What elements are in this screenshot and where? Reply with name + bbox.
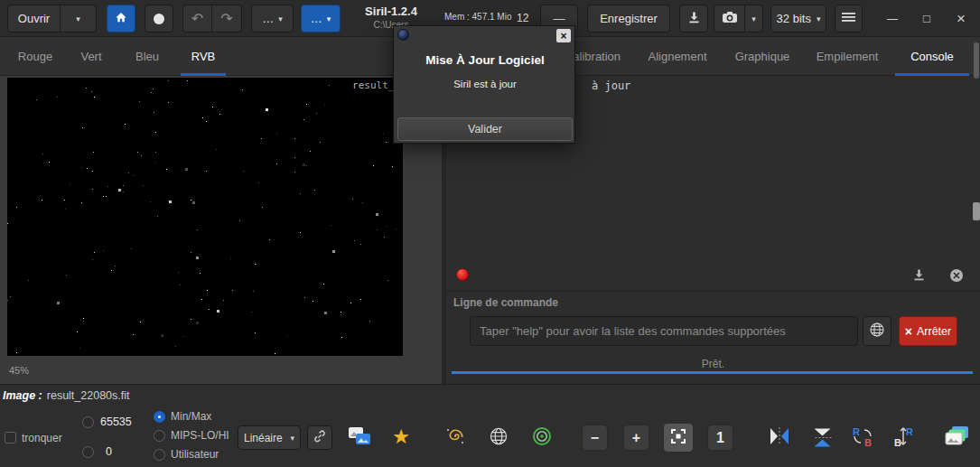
stretch-mode-value: Linéaire <box>244 432 283 444</box>
close-icon: × <box>957 10 966 28</box>
truncate-checkbox[interactable] <box>5 432 16 444</box>
chevron-down-icon: ▾ <box>327 14 331 23</box>
mirror-x-button[interactable] <box>763 421 796 453</box>
undo-icon: ↶ <box>191 10 203 27</box>
clear-console-button[interactable] <box>947 266 966 286</box>
photo-compare-icon <box>348 426 371 449</box>
star-icon: ★ <box>392 425 410 449</box>
starfield[interactable]: result_2 <box>7 78 403 356</box>
online-help-button[interactable] <box>863 316 891 346</box>
open-recent-dropdown[interactable]: ▾ <box>61 5 97 33</box>
svg-text:R: R <box>906 426 913 437</box>
bit-depth-value: 32 bits <box>777 12 811 25</box>
dialog-message: Siril est à jour <box>394 79 576 89</box>
redo-button[interactable]: ↷ <box>212 5 242 33</box>
truncate-label: tronquer <box>22 432 62 444</box>
stop-button[interactable]: × Arrêter <box>899 316 957 346</box>
chevron-down-icon: ▾ <box>290 434 294 443</box>
hi-cutoff-value: 65535 <box>100 416 132 428</box>
chain-link-icon <box>313 429 327 446</box>
open-button[interactable]: Ouvrir <box>7 5 61 33</box>
astrometry-button[interactable] <box>482 421 515 453</box>
lo-cutoff-value: 0 <box>106 445 112 458</box>
record-button[interactable] <box>145 5 173 33</box>
memory-usage-label: Mem : 457.1 Mio <box>444 12 511 22</box>
progress-bar <box>452 371 973 374</box>
bit-depth-dropdown[interactable]: 32 bits ▾ <box>770 5 826 33</box>
plus-icon: + <box>632 430 640 446</box>
chevron-down-icon: ▾ <box>76 14 80 23</box>
app-title: Siril-1.2.4 <box>346 5 436 18</box>
minus-icon: — <box>554 12 565 25</box>
user-radio[interactable] <box>154 449 165 461</box>
save-as-button[interactable] <box>679 5 708 33</box>
rb-flip-button[interactable]: RB <box>888 421 920 453</box>
rb-swap-button[interactable]: RB <box>846 421 879 453</box>
layers-icon <box>945 425 970 450</box>
home-button[interactable] <box>107 5 135 33</box>
window-maximize-button[interactable]: □ <box>910 0 943 37</box>
snapshot-dropdown[interactable]: ▾ <box>745 5 763 33</box>
tab-vert[interactable]: Vert <box>63 37 119 76</box>
export-icon <box>912 268 926 285</box>
dialog-ok-button[interactable]: Valider <box>397 117 573 141</box>
image-label: Image : <box>3 389 42 402</box>
threads-value: 12 <box>517 12 528 24</box>
minmax-label: Min/Max <box>171 410 211 423</box>
export-log-button[interactable] <box>909 266 929 286</box>
stretch-mode-dropdown[interactable]: Linéaire ▾ <box>238 425 301 450</box>
home-icon <box>114 11 128 27</box>
fit-to-window-button[interactable] <box>663 423 694 453</box>
zoom-in-button[interactable]: + <box>623 425 649 451</box>
menu-button[interactable] <box>835 5 863 33</box>
svg-text:B: B <box>864 437 872 447</box>
link-channels-button[interactable] <box>307 425 332 450</box>
tab-rvb[interactable]: RVB <box>175 37 231 76</box>
image-list-button[interactable] <box>941 421 974 453</box>
window-close-button[interactable]: × <box>945 0 977 37</box>
undo-button[interactable]: ↶ <box>182 5 212 33</box>
current-image-line: Image :result_22080s.fit <box>3 389 130 402</box>
mips-label: MIPS-LO/HI <box>171 429 229 442</box>
photometry-button[interactable] <box>526 421 558 453</box>
mirror-y-button[interactable] <box>805 421 837 453</box>
redo-icon: ↷ <box>220 10 232 27</box>
chevron-down-icon: ▾ <box>278 14 283 23</box>
console-output-line: à jour <box>592 79 630 92</box>
tab-alignement[interactable]: Alignement <box>635 37 720 76</box>
mips-radio[interactable] <box>154 430 165 442</box>
rb-flip-icon: RB <box>892 425 916 450</box>
close-icon: × <box>560 30 566 42</box>
command-input[interactable] <box>470 316 858 346</box>
save-button[interactable]: Enregistrer <box>587 5 670 33</box>
tab-bleu[interactable]: Bleu <box>119 37 175 76</box>
tab-graphique[interactable]: Graphique <box>720 37 805 76</box>
zoom-out-button[interactable]: − <box>582 425 608 451</box>
ellipsis-icon: … <box>311 12 322 25</box>
minus-icon: − <box>591 430 599 446</box>
chevron-down-icon: ▾ <box>751 14 756 23</box>
hi-cutoff-radio[interactable] <box>82 416 94 428</box>
window-minimize-button[interactable]: — <box>876 0 909 37</box>
tab-console[interactable]: Console <box>890 37 975 76</box>
more-processing-dropdown[interactable]: … ▾ <box>301 5 341 33</box>
dialog-close-button[interactable]: × <box>556 29 571 42</box>
tab-rouge[interactable]: Rouge <box>7 37 63 76</box>
galaxy-tool-button[interactable] <box>439 421 471 453</box>
galaxy-spiral-icon <box>444 425 466 450</box>
star-detection-button[interactable]: ★ <box>385 421 417 453</box>
clear-icon <box>949 268 964 285</box>
snapshot-button[interactable] <box>714 5 745 33</box>
siril-logo-icon <box>397 29 409 41</box>
pane-resize-grip[interactable] <box>973 202 980 220</box>
globe-icon <box>489 426 509 449</box>
maximize-icon: □ <box>923 12 930 25</box>
tab-empilement[interactable]: Empilement <box>805 37 890 76</box>
scrollbar-thumb[interactable] <box>974 42 979 79</box>
image-filename: result_22080s.fit <box>47 389 130 402</box>
minmax-radio[interactable] <box>154 411 165 423</box>
lo-cutoff-radio[interactable] <box>82 446 94 458</box>
image-compare-button[interactable] <box>343 421 376 453</box>
more-scripts-dropdown[interactable]: … ▾ <box>251 5 294 33</box>
zoom-100-button[interactable]: 1 <box>707 425 733 451</box>
